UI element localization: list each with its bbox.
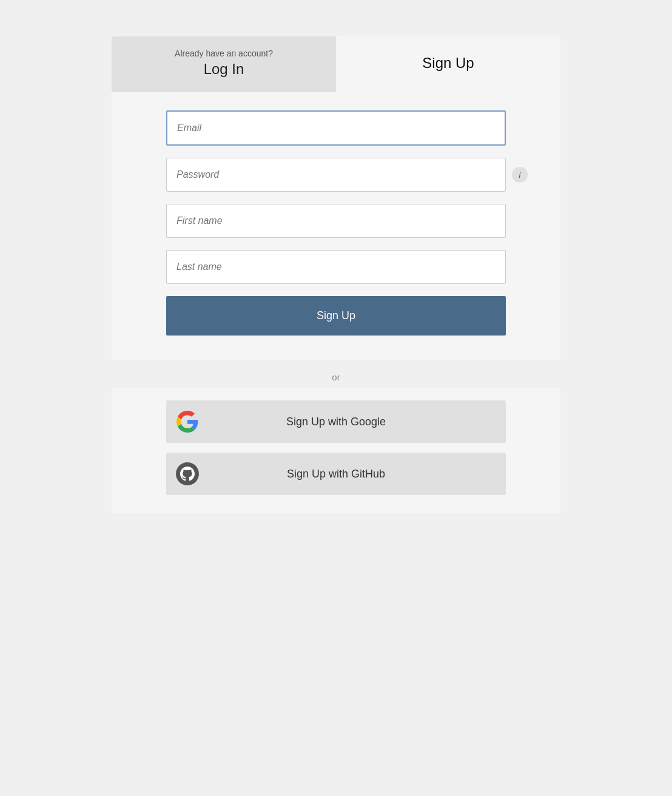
signup-button[interactable]: Sign Up bbox=[166, 296, 506, 336]
lastname-wrapper bbox=[166, 250, 506, 284]
password-wrapper: i bbox=[166, 158, 506, 192]
login-tab-label: Log In bbox=[204, 61, 244, 78]
github-signup-label: Sign Up with GitHub bbox=[209, 468, 506, 481]
google-icon-box bbox=[166, 400, 209, 443]
github-icon bbox=[176, 462, 199, 485]
password-info-icon[interactable]: i bbox=[512, 167, 528, 183]
tab-signup[interactable]: Sign Up bbox=[336, 36, 560, 92]
google-signup-label: Sign Up with Google bbox=[209, 416, 506, 428]
login-hint-text: Already have an account? bbox=[175, 49, 273, 58]
github-icon-box bbox=[166, 453, 209, 495]
tabs-header: Already have an account? Log In Sign Up bbox=[112, 36, 560, 92]
form-section: i Sign Up bbox=[112, 92, 560, 360]
firstname-wrapper bbox=[166, 204, 506, 238]
signup-tab-label: Sign Up bbox=[422, 55, 474, 72]
firstname-input[interactable] bbox=[166, 204, 506, 238]
social-card: Sign Up with Google Sign Up with GitHub bbox=[112, 388, 560, 513]
google-icon bbox=[176, 411, 198, 433]
tab-login[interactable]: Already have an account? Log In bbox=[112, 36, 336, 92]
google-signup-button[interactable]: Sign Up with Google bbox=[166, 400, 506, 443]
github-signup-button[interactable]: Sign Up with GitHub bbox=[166, 453, 506, 495]
email-wrapper bbox=[166, 110, 506, 146]
lastname-input[interactable] bbox=[166, 250, 506, 284]
page-container: Already have an account? Log In Sign Up … bbox=[112, 36, 560, 513]
main-card: Already have an account? Log In Sign Up … bbox=[112, 36, 560, 360]
email-input[interactable] bbox=[166, 110, 506, 146]
or-divider: or bbox=[112, 360, 560, 388]
password-input[interactable] bbox=[166, 158, 506, 192]
